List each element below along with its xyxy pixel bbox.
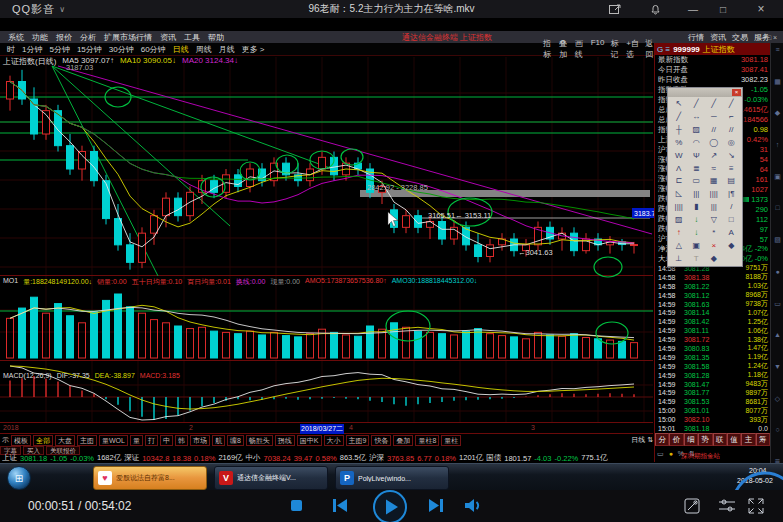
palette-tool-icon[interactable]: △ — [670, 239, 688, 252]
strip-tool-icon[interactable]: ▨ — [774, 236, 781, 243]
palette-tool-icon[interactable]: ↖ — [670, 98, 688, 111]
palette-tool-icon[interactable]: ↑ — [670, 226, 688, 239]
period-tab[interactable]: 周线 — [196, 44, 212, 55]
quote-tab[interactable]: 势 — [698, 433, 712, 446]
period-tab[interactable]: 30分钟 — [109, 44, 134, 55]
palette-tool-icon[interactable]: ╱ — [723, 98, 741, 111]
palette-close-button[interactable]: × — [732, 89, 741, 96]
palette-tool-icon[interactable]: T — [688, 252, 706, 265]
palette-tool-icon[interactable]: ▮ — [688, 201, 706, 214]
drawing-tools-palette[interactable]: × ↖╱╱╱╱↔─⌐┼▨////%◠◯◎WΨ↗↘Λ≣≈≡⊏▭▦▤◺|||||||… — [667, 87, 743, 267]
strip-tool-icon[interactable]: ▼ — [774, 363, 781, 370]
quote-tab[interactable]: 值 — [727, 433, 741, 446]
template-button[interactable]: 大盘 — [55, 435, 75, 446]
strip-tool-icon[interactable]: □ — [775, 204, 779, 211]
palette-tool-icon[interactable]: ↗ — [705, 149, 723, 162]
menu-item[interactable]: 扩展市场行情 — [104, 32, 152, 43]
palette-tool-icon[interactable] — [723, 252, 741, 265]
palette-tool-icon[interactable]: ◠ — [688, 137, 706, 150]
app-name[interactable]: QQ影音 — [12, 2, 55, 17]
quote-tab[interactable]: 细 — [684, 433, 698, 446]
strip-tool-icon[interactable]: ○ — [775, 426, 779, 433]
palette-tool-icon[interactable]: |||| — [670, 201, 688, 214]
quote-tab[interactable]: 主 — [741, 433, 755, 446]
palette-tool-icon[interactable]: // — [723, 124, 741, 137]
template-button[interactable]: 打 — [145, 435, 158, 446]
menu-item[interactable]: 资讯 — [160, 32, 176, 43]
volume-icon[interactable] — [464, 498, 482, 513]
palette-tool-icon[interactable]: ╱ — [670, 111, 688, 124]
fullscreen-icon[interactable] — [748, 498, 764, 514]
period-tab[interactable]: 时 — [7, 44, 15, 55]
taskbar-button[interactable]: V通达信金融终端V... — [214, 466, 328, 490]
palette-tool-icon[interactable]: ↘ — [723, 149, 741, 162]
palette-tool-icon[interactable]: // — [705, 124, 723, 137]
palette-tool-icon[interactable]: |||| — [705, 188, 723, 201]
template-button[interactable]: 国中K — [297, 435, 322, 446]
strip-tool-icon[interactable]: ≡ — [775, 46, 779, 53]
palette-tool-icon[interactable]: Λ — [670, 162, 688, 175]
palette-titlebar[interactable]: × — [668, 88, 742, 97]
period-tab[interactable]: 更多 > — [242, 44, 265, 55]
period-tab[interactable]: 15分钟 — [77, 44, 102, 55]
palette-tool-icon[interactable]: ≣ — [688, 162, 706, 175]
strip-tool-icon[interactable]: ↑ — [776, 141, 780, 148]
menu-item[interactable]: 报价 — [56, 32, 72, 43]
maximize-button[interactable]: □ — [712, 1, 734, 17]
palette-tool-icon[interactable]: ◎ — [723, 137, 741, 150]
template-button[interactable]: 叠加 — [393, 435, 413, 446]
template-button[interactable]: 畅胜头 — [246, 435, 273, 446]
close-button[interactable]: × — [750, 1, 772, 17]
template-button[interactable]: 量WOL — [99, 435, 128, 446]
palette-tool-icon[interactable]: ╱ — [688, 98, 706, 111]
template-button[interactable]: 量柱8 — [415, 435, 439, 446]
palette-tool-icon[interactable]: ◆ — [705, 252, 723, 265]
palette-tool-icon[interactable]: □ — [723, 214, 741, 227]
menu-item-right[interactable]: 交易 — [732, 32, 748, 43]
template-button[interactable]: 航 — [212, 435, 225, 446]
palette-tool-icon[interactable]: ◆ — [723, 239, 741, 252]
palette-tool-icon[interactable]: ≈ — [705, 162, 723, 175]
quote-tab[interactable]: 分 — [655, 433, 669, 446]
strip-tool-icon[interactable]: ▲ — [774, 331, 781, 338]
tick-list[interactable]: 14:583081.289751万14:583081.388188万14:583… — [655, 264, 770, 433]
palette-tool-icon[interactable]: ⊥ — [670, 252, 688, 265]
stop-button[interactable] — [290, 499, 303, 512]
palette-tool-icon[interactable]: ▭ — [688, 175, 706, 188]
palette-tool-icon[interactable]: |¶ — [723, 188, 741, 201]
quote-tab[interactable]: 联 — [713, 433, 727, 446]
palette-tool-icon[interactable]: ||| — [705, 201, 723, 214]
minimize-button[interactable]: — — [682, 1, 704, 17]
quote-tab[interactable]: 价 — [669, 433, 683, 446]
palette-tool-icon[interactable]: ▽ — [705, 214, 723, 227]
palette-tool-icon[interactable]: ╱ — [705, 98, 723, 111]
palette-tool-icon[interactable]: % — [670, 137, 688, 150]
strip-tool-icon[interactable]: ▭ — [774, 300, 781, 307]
menu-item[interactable]: 帮助 — [208, 32, 224, 43]
template-button[interactable]: 主图 — [77, 435, 97, 446]
palette-tool-icon[interactable]: ▨ — [688, 124, 706, 137]
palette-tool-icon[interactable]: ◯ — [705, 137, 723, 150]
template-button[interactable]: 量柱 — [441, 435, 461, 446]
next-button[interactable] — [428, 498, 444, 513]
template-button[interactable]: 量 — [130, 435, 143, 446]
tdx-window-controls[interactable]: — □ × — [758, 34, 777, 41]
palette-tool-icon[interactable]: A — [723, 226, 741, 239]
palette-tool-icon[interactable]: * — [705, 226, 723, 239]
taskbar-button[interactable]: PPolyLive(windo... — [335, 466, 449, 490]
palette-tool-icon[interactable]: ↓ — [688, 214, 706, 227]
play-button[interactable] — [372, 489, 408, 522]
palette-tool-icon[interactable]: ─ — [705, 111, 723, 124]
strip-tool-icon[interactable]: ◇ — [775, 395, 780, 402]
palette-tool-icon[interactable]: ▨ — [670, 214, 688, 227]
bell-icon[interactable] — [644, 1, 666, 17]
period-tab[interactable]: 月线 — [219, 44, 235, 55]
taskbar-button[interactable]: ♥爱股说法自荐富8... — [93, 466, 207, 490]
palette-tool-icon[interactable]: ||| — [688, 188, 706, 201]
start-button[interactable]: ⊞ — [7, 466, 31, 490]
menu-item[interactable]: 功能 — [32, 32, 48, 43]
previous-button[interactable] — [332, 498, 348, 513]
template-button[interactable]: 拐线 — [275, 435, 295, 446]
template-button[interactable]: 全部 — [33, 435, 53, 446]
palette-tool-icon[interactable]: ⌐ — [723, 111, 741, 124]
